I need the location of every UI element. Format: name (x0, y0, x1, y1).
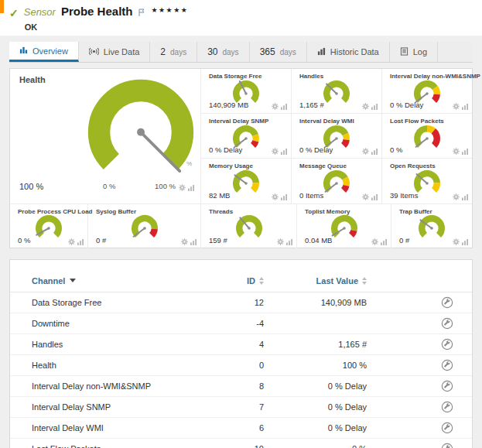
tab-number: 365 (260, 46, 275, 57)
object-type-label: Sensor (24, 6, 56, 18)
sort-icon (362, 277, 367, 285)
page-title: Probe Health (61, 5, 133, 18)
gauge-value: 0.04 MB (305, 236, 332, 245)
tab-2-days[interactable]: 2 days (150, 42, 197, 62)
gauge-icons (68, 238, 84, 245)
tab-365-days[interactable]: 365 days (250, 42, 307, 62)
channel-id: 12 (225, 298, 264, 307)
gear-icon[interactable] (272, 148, 279, 155)
flag-icon[interactable] (138, 6, 145, 20)
channel-settings-icon[interactable] (441, 296, 453, 309)
graph-icon[interactable] (371, 104, 378, 110)
status-strip (0, 0, 4, 13)
channel-settings-icon[interactable] (441, 380, 453, 392)
graph-icon[interactable] (281, 149, 287, 155)
table-row: Health 0 100 % (10, 355, 472, 376)
gear-icon[interactable] (277, 238, 284, 245)
column-header-id[interactable]: ID (225, 276, 264, 286)
gear-icon[interactable] (453, 238, 460, 245)
table-row: Data Storage Free 12 140,909 MB (10, 292, 472, 313)
graph-icon[interactable] (381, 239, 387, 245)
gauge-title: Interval Delay SNMP (209, 118, 268, 125)
channel-last-value: 100 % (264, 361, 367, 370)
gauge-value: 0 % (18, 236, 30, 245)
priority-stars[interactable]: ★★★★★ (151, 6, 188, 14)
chevron-down-icon (70, 279, 76, 282)
health-gauge-cell: Health % 100 % 0 % 100 % (10, 69, 200, 203)
tab-live-data[interactable]: Live Data (79, 42, 150, 62)
graph-icon[interactable] (371, 149, 378, 155)
gear-icon[interactable] (453, 103, 460, 110)
gear-icon[interactable] (68, 238, 75, 245)
gauge-title: Interval Delay WMI (299, 118, 354, 125)
tab-overview[interactable]: Overview (9, 42, 79, 62)
gear-icon[interactable] (272, 193, 279, 200)
channel-settings-icon[interactable] (441, 338, 453, 351)
graph-icon[interactable] (281, 194, 287, 200)
channel-name: Interval Delay SNMP (32, 402, 225, 412)
channel-id: 10 (225, 444, 264, 448)
gauge-icons (453, 193, 468, 200)
sensor-header: ✓ Sensor Probe Health ★★★★★ OK (0, 0, 482, 36)
gauge-title: Probe Process CPU Load (18, 208, 92, 215)
gear-icon[interactable] (453, 193, 460, 200)
channel-name: Interval Delay non-WMI&SNMP (32, 381, 225, 391)
gear-icon[interactable] (362, 193, 369, 200)
gauge-unit: % (186, 160, 192, 167)
gauge-title: Health (19, 75, 46, 84)
table-row: Interval Delay WMI 6 0 % Delay (10, 418, 472, 439)
gauge-icons (277, 238, 292, 245)
gear-icon[interactable] (272, 103, 279, 110)
overview-icon (19, 46, 28, 56)
channel-name: Health (32, 361, 225, 370)
tab-log[interactable]: Log (390, 42, 438, 62)
channel-id: 6 (225, 423, 264, 433)
gauge-scale: 0 % 100 % (103, 182, 176, 190)
gauge-title: Threads (209, 208, 233, 215)
gauge-cell-syslog-buffer: Syslog Buffer 0 # (87, 204, 200, 248)
gear-icon[interactable] (371, 238, 378, 245)
graph-icon[interactable] (462, 104, 468, 110)
gauge-cell-trap-buffer: Trap Buffer 0 # (391, 204, 472, 248)
channel-name: Data Storage Free (32, 298, 225, 307)
graph-icon[interactable] (462, 239, 468, 245)
column-header-last-value[interactable]: Last Value (264, 276, 367, 286)
channel-settings-icon[interactable] (441, 317, 453, 330)
channel-settings-icon[interactable] (441, 443, 453, 448)
graph-icon[interactable] (462, 194, 468, 200)
gear-icon[interactable] (181, 238, 188, 245)
graph-icon[interactable] (286, 239, 292, 245)
channel-id: 7 (225, 402, 264, 412)
channel-settings-icon[interactable] (441, 359, 453, 371)
health-gauge-chart (84, 75, 197, 185)
graph-icon[interactable] (371, 194, 378, 200)
channel-name: Downtime (32, 319, 225, 328)
channel-settings-icon[interactable] (441, 422, 453, 434)
channel-settings-icon[interactable] (441, 401, 453, 413)
gear-icon[interactable] (453, 148, 460, 155)
tab-historic-data[interactable]: Historic Data (307, 42, 390, 62)
gauge-cell-interval-delay-non-wmi-snmp: Interval Delay non-WMI&SNMP 0 % Delay (381, 69, 472, 114)
gauge-title: Toplist Memory (305, 208, 350, 215)
gauge-cell-open-requests: Open Requests 39 Items (381, 159, 472, 203)
graph-icon[interactable] (77, 239, 84, 245)
gear-icon[interactable] (362, 148, 369, 155)
tab-30-days[interactable]: 30 days (197, 42, 249, 62)
graph-icon[interactable] (462, 149, 468, 155)
gauge-value: 0 Items (299, 191, 323, 200)
gauge-cell-message-queue: Message Queue 0 Items (291, 159, 381, 203)
gauge-chart (415, 213, 448, 244)
channel-last-value: 1,165 # (264, 340, 367, 349)
graph-icon[interactable] (190, 239, 197, 245)
gauge-chart (128, 213, 161, 244)
gauge-title: Syslog Buffer (96, 208, 136, 215)
graph-icon[interactable] (188, 185, 194, 191)
column-header-channel[interactable]: Channel (32, 276, 225, 286)
tab-label: days (280, 48, 296, 56)
gear-icon[interactable] (362, 103, 369, 110)
gauge-value: 0 % Delay (209, 145, 242, 154)
gauge-value: 1,165 # (299, 101, 324, 109)
gear-icon[interactable] (179, 184, 186, 191)
graph-icon[interactable] (281, 104, 287, 110)
gauge-chart (320, 78, 353, 109)
